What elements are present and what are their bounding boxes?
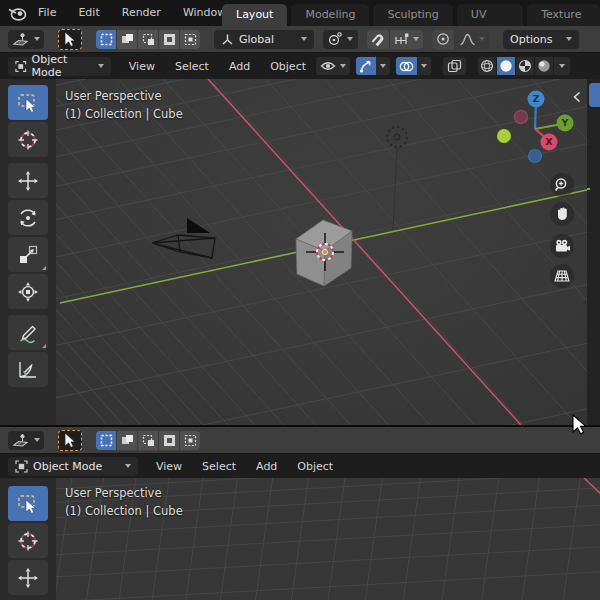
options-dropdown[interactable]: Options: [503, 30, 579, 49]
proportional-group: [432, 30, 489, 49]
axis-x-ball[interactable]: X: [541, 134, 558, 151]
select-mode-extend-button[interactable]: [117, 30, 138, 49]
editor-type-button[interactable]: [8, 30, 44, 49]
menu-object[interactable]: Object: [260, 60, 316, 73]
tool-cursor[interactable]: [8, 122, 48, 157]
axis-exit-mark: [587, 188, 590, 190]
camera-object[interactable]: [152, 218, 215, 258]
select-mode-intersect-button[interactable]: [180, 30, 200, 49]
menu-select[interactable]: Select: [192, 460, 246, 473]
tab-modeling[interactable]: Modeling: [291, 4, 369, 26]
shading-material-button[interactable]: [516, 57, 535, 75]
pan-button[interactable]: [550, 202, 574, 226]
menu-select[interactable]: Select: [165, 60, 219, 73]
blender-window: File Edit Render Window Help Layout Mode…: [0, 0, 600, 600]
chevron-down-icon: [340, 64, 346, 68]
viewport-canvas[interactable]: Z Y X User Perspective (1) Collection | …: [56, 79, 587, 425]
menu-object[interactable]: Object: [287, 460, 343, 473]
tool-measure[interactable]: [8, 352, 48, 387]
select-mode-intersect-button[interactable]: [180, 431, 200, 450]
tool-settings-bar-bottom: [0, 427, 600, 454]
shading-wireframe-button[interactable]: [478, 57, 497, 75]
sidebar-collapse-icon[interactable]: [573, 91, 581, 103]
shading-dropdown[interactable]: [554, 57, 570, 75]
rendered-icon: [537, 59, 551, 73]
overlays-button[interactable]: [396, 57, 417, 75]
adjacent-active-tab[interactable]: [589, 83, 600, 107]
overlays-dropdown[interactable]: [417, 57, 431, 75]
menu-view[interactable]: View: [119, 60, 165, 73]
tab-layout[interactable]: Layout: [222, 4, 287, 26]
tool-rotate[interactable]: [8, 200, 48, 235]
move-icon: [17, 567, 39, 589]
orientation-icon: [221, 33, 234, 46]
tool-scale[interactable]: [8, 237, 48, 272]
active-tool-button[interactable]: [58, 29, 82, 50]
tool-cursor[interactable]: [8, 523, 48, 558]
select-mode-subtract-button[interactable]: [138, 431, 159, 450]
snap-toggle-button[interactable]: [367, 30, 390, 49]
pivot-point-icon: [328, 32, 342, 46]
tab-uv-editing[interactable]: UV Editing: [457, 4, 523, 26]
move-icon: [17, 170, 39, 192]
visibility-dropdown[interactable]: [316, 57, 350, 75]
mode-dropdown[interactable]: Object Mode: [8, 57, 111, 76]
adjacent-area-edge: [587, 79, 600, 425]
menu-add[interactable]: Add: [246, 460, 287, 473]
xray-button[interactable]: [443, 57, 466, 75]
eye-icon: [320, 60, 336, 72]
select-mode-set-button[interactable]: [96, 431, 117, 450]
select-mode-extend-button[interactable]: [117, 431, 138, 450]
pivot-dropdown[interactable]: [323, 30, 358, 49]
tab-texture-paint[interactable]: Texture Paint: [527, 4, 600, 26]
scene[interactable]: Z Y X: [56, 79, 587, 425]
camera-view-button[interactable]: [550, 234, 574, 258]
menu-file[interactable]: File: [27, 0, 67, 26]
3d-viewport[interactable]: Z Y X User Perspective (1) Collection | …: [0, 79, 600, 425]
proportional-editing-button[interactable]: [432, 30, 455, 49]
falloff-dropdown[interactable]: [455, 30, 489, 49]
tool-move[interactable]: [8, 560, 48, 595]
light-object[interactable]: [387, 127, 407, 230]
select-mode-set-button[interactable]: [96, 30, 117, 49]
menu-render[interactable]: Render: [111, 0, 172, 26]
gizmos-button[interactable]: [356, 57, 376, 75]
orientation-dropdown[interactable]: Global: [214, 30, 314, 49]
menu-view[interactable]: View: [146, 460, 192, 473]
shading-group: [478, 57, 570, 75]
snap-with-dropdown[interactable]: [390, 30, 423, 49]
select-extend-icon: [121, 434, 134, 447]
axis-gizmo[interactable]: Z Y X: [497, 91, 574, 163]
axis-y-ball[interactable]: Y: [557, 115, 574, 132]
active-tool-button[interactable]: [58, 430, 82, 451]
menu-add[interactable]: Add: [219, 60, 260, 73]
tool-select-box[interactable]: [8, 486, 48, 521]
tool-move[interactable]: [8, 163, 48, 198]
select-mode-invert-button[interactable]: [159, 431, 180, 450]
scale-icon: [17, 244, 39, 266]
blender-logo-icon[interactable]: [8, 4, 27, 23]
select-mode-group: [96, 30, 200, 49]
gizmos-dropdown[interactable]: [376, 57, 390, 75]
orthographic-toggle-button[interactable]: [550, 264, 574, 288]
axis-neg-z-ball[interactable]: [529, 150, 542, 163]
axis-neg-y-ball[interactable]: [497, 129, 511, 143]
select-mode-subtract-button[interactable]: [138, 30, 159, 49]
ortho-grid-icon: [554, 269, 570, 283]
shading-solid-button[interactable]: [497, 57, 516, 75]
tab-sculpting[interactable]: Sculpting: [373, 4, 452, 26]
zoom-button[interactable]: [550, 173, 574, 197]
mode-dropdown[interactable]: Object Mode: [8, 457, 138, 476]
menu-edit[interactable]: Edit: [67, 0, 110, 26]
editor-type-button[interactable]: [8, 431, 44, 450]
gizmos-toggle: [356, 57, 390, 75]
shading-rendered-button[interactable]: [535, 57, 554, 75]
3d-viewport-bottom[interactable]: User Perspective (1) Collection | Cube: [0, 478, 600, 600]
tool-select-box[interactable]: [8, 85, 48, 120]
tool-annotate[interactable]: [8, 315, 48, 350]
select-mode-invert-button[interactable]: [159, 30, 180, 49]
axis-z-ball[interactable]: Z: [528, 91, 545, 108]
select-intersect-icon: [184, 434, 197, 447]
axis-neg-x-ball[interactable]: [515, 111, 528, 124]
tool-transform[interactable]: [8, 274, 48, 309]
